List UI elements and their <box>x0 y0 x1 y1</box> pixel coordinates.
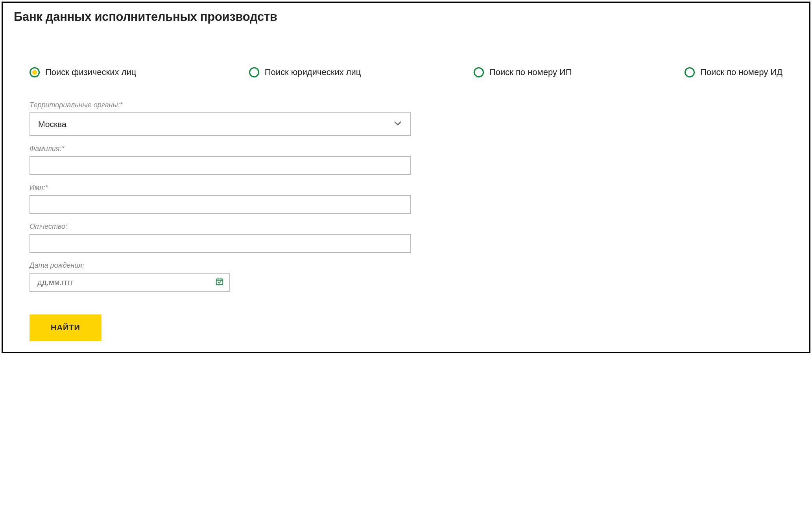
search-button[interactable]: НАЙТИ <box>30 314 102 341</box>
dob-input[interactable] <box>30 273 230 292</box>
patronymic-label: Отчество: <box>30 222 411 231</box>
dob-input-wrap <box>30 273 230 292</box>
radio-icon <box>249 67 259 77</box>
search-type-tabs: Поиск физических лиц Поиск юридических л… <box>30 67 782 77</box>
tab-ip-number[interactable]: Поиск по номеру ИП <box>474 67 572 77</box>
region-field-group: Территориальные органы:* Москва <box>30 101 411 136</box>
patronymic-input[interactable] <box>30 234 411 253</box>
name-input[interactable] <box>30 195 411 214</box>
tab-legal-entities[interactable]: Поиск юридических лиц <box>249 67 361 77</box>
tab-individuals[interactable]: Поиск физических лиц <box>30 67 136 77</box>
search-form: Территориальные органы:* Москва Фамилия:… <box>30 101 411 341</box>
region-select[interactable]: Москва <box>30 112 411 136</box>
region-label: Территориальные органы:* <box>30 101 411 109</box>
radio-icon <box>685 67 695 77</box>
region-value: Москва <box>38 119 66 129</box>
name-field-group: Имя:* <box>30 184 411 214</box>
name-label: Имя:* <box>30 184 411 192</box>
region-select-wrap: Москва <box>30 112 411 136</box>
radio-icon <box>474 67 484 77</box>
surname-field-group: Фамилия:* <box>30 145 411 175</box>
surname-label: Фамилия:* <box>30 145 411 153</box>
tab-id-number[interactable]: Поиск по номеру ИД <box>685 67 782 77</box>
tab-label: Поиск физических лиц <box>45 67 136 77</box>
tab-label: Поиск по номеру ИД <box>700 67 782 77</box>
page-frame: Банк данных исполнительных производств П… <box>2 2 810 353</box>
tab-label: Поиск по номеру ИП <box>489 67 572 77</box>
dob-field-group: Дата рождения: <box>30 261 411 292</box>
radio-icon <box>30 67 40 77</box>
tab-label: Поиск юридических лиц <box>265 67 361 77</box>
page-title: Банк данных исполнительных производств <box>14 10 798 24</box>
dob-label: Дата рождения: <box>30 261 411 270</box>
content-area: Поиск физических лиц Поиск юридических л… <box>14 67 798 341</box>
patronymic-field-group: Отчество: <box>30 222 411 253</box>
surname-input[interactable] <box>30 156 411 175</box>
